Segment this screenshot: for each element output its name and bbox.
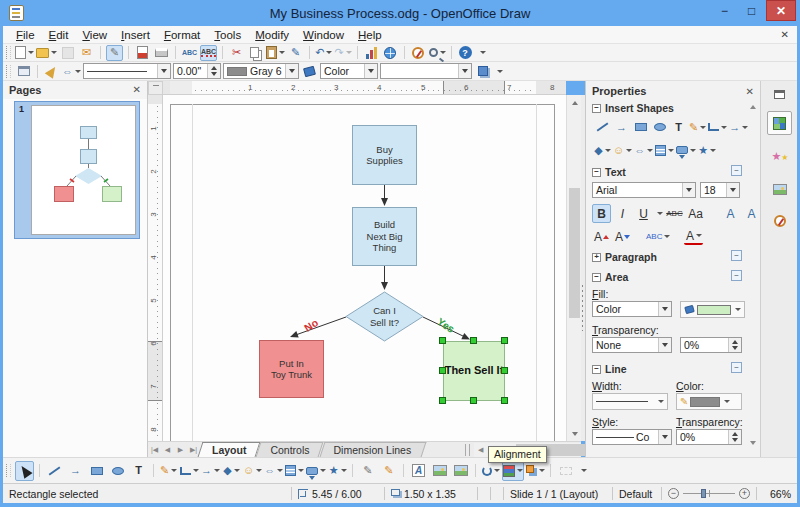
vertical-scrollbar-thumb[interactable]	[569, 188, 580, 318]
edit-points-icon[interactable]: ✎	[358, 461, 377, 481]
sidebar-tab-styles[interactable]: ★	[767, 145, 792, 169]
zoom-out-icon[interactable]: −	[668, 488, 679, 499]
text-tool-icon[interactable]: T	[670, 119, 687, 135]
menu-tools[interactable]: Tools	[207, 28, 248, 42]
first-page-button[interactable]: |◀	[148, 443, 161, 456]
selection-handle-s[interactable]	[470, 397, 477, 404]
navigator-icon[interactable]	[410, 45, 427, 61]
bold-icon[interactable]: B	[592, 204, 611, 223]
copy-icon[interactable]	[247, 45, 264, 61]
zoom-in-icon[interactable]: +	[739, 488, 750, 499]
section-insert-shapes[interactable]: − Insert Shapes	[592, 102, 674, 114]
rotate-icon[interactable]	[481, 461, 500, 481]
help-icon[interactable]: ?	[457, 45, 474, 61]
menu-format[interactable]: Format	[157, 28, 207, 42]
menu-view[interactable]: View	[75, 28, 114, 42]
alignment-icon[interactable]	[502, 461, 524, 481]
ellipse-tool-icon[interactable]	[651, 119, 668, 135]
section-paragraph[interactable]: + Paragraph	[592, 251, 657, 263]
format-paintbrush-icon[interactable]: ✎	[287, 45, 304, 61]
scroll-up-icon[interactable]	[567, 95, 582, 110]
zoom-percent[interactable]: 66%	[757, 484, 797, 503]
toolbar-overflow-icon[interactable]	[497, 70, 503, 73]
redo-icon[interactable]: ↷	[334, 45, 351, 61]
line-transparency-spinner[interactable]: 0%	[676, 429, 742, 445]
callout-shapes-icon[interactable]	[306, 461, 326, 481]
scroll-down-icon[interactable]	[567, 426, 582, 441]
transparency-type-select[interactable]: None	[592, 337, 672, 353]
toolbar-grip[interactable]	[6, 46, 11, 59]
arrow-shapes-icon[interactable]: →	[729, 119, 748, 135]
menu-file[interactable]: File	[9, 28, 42, 42]
basic-shapes-icon[interactable]: ◆	[222, 461, 241, 481]
line-section-collapse-icon[interactable]: −	[731, 362, 742, 373]
close-document-icon[interactable]: ✕	[781, 29, 789, 40]
sidebar-tab-navigator[interactable]	[767, 209, 792, 233]
decrease-spacing-icon[interactable]: A	[742, 204, 761, 223]
paste-icon[interactable]	[266, 45, 285, 61]
export-pdf-icon[interactable]	[134, 45, 151, 61]
page-thumbnail[interactable]: 1	[14, 101, 140, 239]
hyperlink-icon[interactable]	[382, 45, 399, 61]
toolbar-grip[interactable]	[6, 65, 11, 78]
decrease-font-icon[interactable]: A	[613, 227, 632, 246]
flowchart-box-put-in-toy-trunk[interactable]: Put In Toy Trunk	[259, 340, 324, 398]
maximize-button[interactable]: □	[738, 0, 765, 21]
flowchart-box-buy-supplies[interactable]: Buy Supplies	[352, 125, 417, 185]
ungroup-icon[interactable]	[556, 461, 575, 481]
tab-layout[interactable]: Layout	[200, 442, 258, 457]
fontwork-icon[interactable]: A	[409, 461, 428, 481]
drawing-canvas[interactable]: Buy Supplies Build Next Big Thing Can I …	[163, 95, 566, 441]
tab-dimension-lines[interactable]: Dimension Lines	[322, 442, 424, 457]
block-arrows-icon[interactable]: ⇔	[264, 461, 283, 481]
fill-icon[interactable]	[301, 63, 318, 79]
flowchart-shapes-icon[interactable]	[285, 461, 304, 481]
rectangle-tool-icon[interactable]	[87, 461, 106, 481]
area-fill-type-select[interactable]: Color	[592, 301, 672, 317]
freeform-tool-icon[interactable]: ✎	[689, 119, 706, 135]
tab-controls[interactable]: Controls	[258, 442, 321, 457]
line-color-select[interactable]: Gray 6	[223, 63, 299, 79]
zoom-slider[interactable]: − +	[662, 484, 756, 503]
styles-icon[interactable]	[15, 63, 32, 79]
toolbar-overflow-icon[interactable]	[480, 51, 486, 54]
connector-tool-icon[interactable]	[708, 119, 727, 135]
line-icon[interactable]	[43, 63, 60, 79]
line-style-select[interactable]: Co	[592, 429, 672, 445]
line-tool-icon[interactable]	[45, 461, 64, 481]
minimize-button[interactable]: −	[711, 0, 738, 21]
cut-icon[interactable]: ✂	[228, 45, 245, 61]
spellcheck-icon[interactable]: ABC	[181, 45, 198, 61]
font-name-select[interactable]: Arial	[592, 182, 696, 198]
selection-handle-sw[interactable]	[439, 397, 446, 404]
slide-indicator[interactable]: Slide 1 / 1 (Layout)	[504, 484, 612, 503]
sidebar-scroll-down-icon[interactable]	[747, 437, 758, 448]
selection-handle-n[interactable]	[470, 337, 477, 344]
glue-points-icon[interactable]: ✎	[379, 461, 398, 481]
previous-page-button[interactable]: ◀	[161, 443, 174, 456]
menu-edit[interactable]: Edit	[42, 28, 76, 42]
horizontal-ruler[interactable]: 1 2 3 4 5 6 7 8	[163, 81, 566, 95]
font-color-icon[interactable]: A	[684, 229, 703, 245]
print-icon[interactable]	[153, 45, 170, 61]
save-icon[interactable]	[59, 45, 76, 61]
gallery-icon[interactable]	[451, 461, 470, 481]
from-file-icon[interactable]	[430, 461, 449, 481]
flowchart-diamond-can-i-sell-it[interactable]: Can I Sell It?	[346, 292, 423, 341]
strikethrough-icon[interactable]: ABC	[665, 204, 684, 223]
text-section-collapse-icon[interactable]: −	[731, 165, 742, 176]
font-size-select[interactable]: 18	[700, 182, 740, 198]
section-line[interactable]: − Line	[592, 363, 627, 375]
flowchart-shapes-icon[interactable]	[655, 142, 674, 158]
sidebar-menu-icon[interactable]	[767, 85, 792, 103]
underline-icon[interactable]: U	[634, 204, 653, 223]
pages-close-icon[interactable]: ✕	[133, 84, 141, 95]
section-text[interactable]: − Text	[592, 166, 626, 178]
freeform-tool-icon[interactable]: ✎	[159, 461, 178, 481]
flowchart-box-then-sell-it[interactable]: Then Sell It	[443, 341, 505, 401]
select-tool-icon[interactable]	[15, 461, 34, 481]
increase-spacing-icon[interactable]: A	[721, 204, 740, 223]
chart-icon[interactable]	[363, 45, 380, 61]
fill-type-select[interactable]: Color	[320, 63, 378, 79]
scroll-left-icon[interactable]: ◀	[474, 443, 487, 456]
